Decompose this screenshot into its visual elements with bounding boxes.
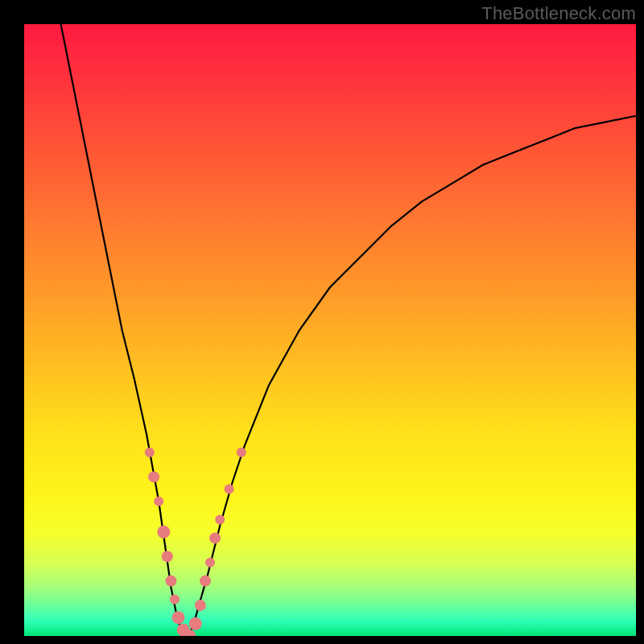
plot-area (24, 24, 636, 636)
highlight-dot (237, 448, 246, 457)
chart-frame: TheBottleneck.com (0, 0, 644, 644)
highlight-dot (195, 600, 206, 611)
bottleneck-chart (24, 24, 636, 636)
highlight-dot (154, 497, 163, 506)
highlight-dot (148, 471, 159, 482)
highlight-dot (162, 551, 173, 562)
curve-line (61, 24, 636, 636)
highlight-dot (189, 617, 202, 630)
highlight-dot (172, 611, 185, 624)
highlight-dot (145, 448, 155, 457)
highlight-dot (157, 526, 170, 539)
watermark-text: TheBottleneck.com (481, 3, 636, 24)
highlight-dot (209, 532, 221, 543)
highlight-dot (170, 594, 180, 604)
highlight-dot (215, 515, 225, 525)
highlight-dot (200, 576, 211, 587)
highlight-dot (165, 576, 176, 587)
highlight-dot (205, 558, 215, 568)
highlight-dot (225, 485, 234, 494)
